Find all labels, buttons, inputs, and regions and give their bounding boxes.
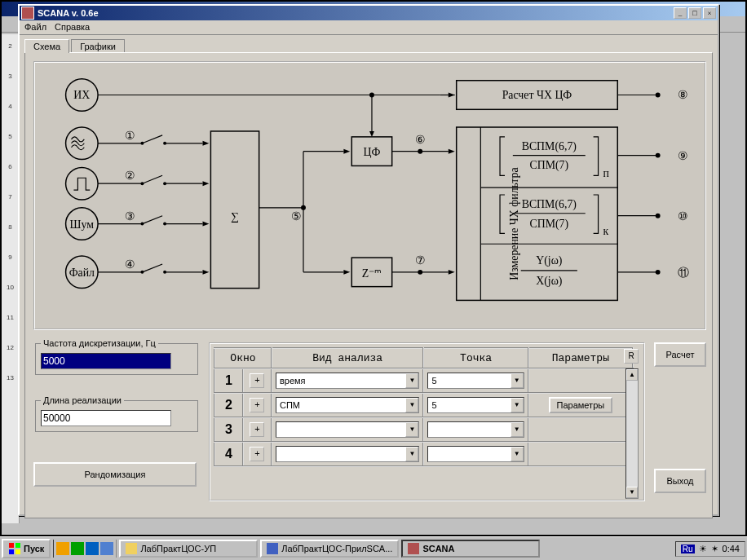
start-button[interactable]: Пуск [2, 539, 51, 558]
menu-file[interactable]: Файл [24, 22, 46, 33]
randomize-button[interactable]: Рандомизация [33, 462, 197, 487]
analysis-combo[interactable]: ▼ [276, 421, 420, 438]
svg-point-19 [163, 223, 166, 226]
bottom-controls: Частота дискретизации, Гц Длина реализац… [33, 338, 706, 509]
label-4: ④ [125, 258, 135, 271]
exit-button[interactable]: Выход [654, 469, 706, 493]
ql-icon[interactable] [86, 542, 99, 555]
chevron-down-icon: ▼ [511, 398, 524, 412]
svg-point-14 [163, 182, 166, 185]
svg-rect-79 [15, 549, 20, 554]
svg-point-24 [163, 271, 166, 274]
svg-point-48 [418, 270, 422, 275]
chevron-down-icon: ▼ [405, 398, 418, 412]
ql-icon[interactable] [56, 542, 69, 555]
svg-text:ВСПМ(6,7): ВСПМ(6,7) [522, 140, 577, 153]
len-label: Длина реализации [41, 395, 124, 405]
svg-point-18 [140, 223, 144, 226]
r-button[interactable]: R [624, 349, 639, 364]
table-row: 1 + время▼ 5▼ [214, 368, 633, 393]
svg-point-75 [656, 270, 661, 275]
menu-help[interactable]: Справка [55, 22, 90, 33]
label-6: ⑥ [415, 134, 426, 146]
tab-schema[interactable]: Схема [24, 39, 69, 53]
taskbar-item[interactable]: SCANA [401, 540, 540, 558]
plus-button[interactable]: + [250, 422, 264, 437]
label-1: ① [125, 130, 135, 142]
node-ih: ИХ [73, 89, 90, 101]
table-row: 3 + ▼ ▼ [214, 417, 633, 442]
point-combo[interactable]: ▼ [427, 421, 524, 438]
close-button[interactable]: × [703, 7, 716, 19]
taskbar-item[interactable]: ЛабПрактЦОС-ПрилSCA... [260, 540, 399, 558]
svg-point-13 [140, 182, 144, 185]
point-combo[interactable]: 5▼ [427, 373, 524, 389]
tray-icon[interactable]: ☀ [699, 544, 707, 554]
word-icon [267, 543, 278, 554]
point-combo[interactable]: ▼ [427, 446, 524, 462]
svg-rect-76 [9, 543, 14, 548]
minimize-button[interactable]: _ [674, 7, 687, 19]
freq-label: Частота дискретизации, Гц [41, 338, 158, 348]
freq-input[interactable] [41, 353, 171, 369]
analysis-table: Окно Вид анализа Точка Параметры 1 + вре… [214, 347, 634, 467]
folder-icon [126, 543, 137, 554]
svg-text:X(jω): X(jω) [536, 275, 562, 288]
table-scrollbar[interactable]: ▲ ▼ [625, 368, 639, 499]
plus-button[interactable]: + [250, 398, 264, 412]
svg-point-38 [369, 93, 374, 98]
analysis-combo[interactable]: время▼ [276, 373, 420, 389]
node-meas: Измерение ЧХ фильтра [508, 167, 520, 280]
ql-icon[interactable] [100, 542, 113, 555]
svg-rect-77 [15, 543, 20, 548]
tray-icon[interactable]: ✶ [711, 544, 718, 554]
len-input[interactable] [41, 410, 171, 426]
taskbar-item[interactable]: ЛабПрактЦОС-УП [119, 540, 258, 558]
svg-point-2 [66, 167, 99, 200]
titlebar[interactable]: SCANA v. 0.6e _ □ × [20, 6, 718, 20]
svg-marker-28 [203, 270, 210, 275]
maximize-button[interactable]: □ [688, 7, 701, 19]
analysis-combo[interactable]: ▼ [276, 446, 420, 462]
switch-3 [98, 216, 202, 226]
analysis-table-area: R ▲ ▼ Окно Вид анализа Точка Параметры 1… [209, 342, 645, 501]
plus-button[interactable]: + [250, 373, 264, 388]
svg-line-6 [142, 135, 162, 143]
node-noise: Шум [70, 218, 95, 231]
chevron-down-icon: ▼ [511, 373, 524, 388]
menubar: Файл Справка [20, 20, 718, 35]
svg-line-21 [142, 264, 162, 272]
node-calc-fr: Расчет ЧХ ЦФ [502, 89, 572, 101]
chevron-down-icon: ▼ [511, 447, 524, 461]
svg-line-16 [142, 216, 162, 224]
svg-line-11 [142, 175, 162, 183]
taskbar: Пуск ЛабПрактЦОС-УП ЛабПрактЦОС-ПрилSCA.… [0, 536, 747, 560]
plus-button[interactable]: + [250, 447, 264, 461]
label-3: ③ [125, 210, 135, 223]
tab-panel: ИХ Шум Файл ① ② ③ ④ [24, 52, 713, 518]
svg-point-9 [163, 142, 166, 145]
svg-marker-34 [343, 149, 350, 154]
svg-text:Y(jω): Y(jω) [536, 254, 562, 267]
node-file: Файл [69, 267, 95, 279]
ql-icon[interactable] [71, 542, 84, 555]
lang-indicator[interactable]: Ru [681, 545, 695, 553]
label-2: ② [125, 170, 135, 182]
svg-point-71 [656, 153, 661, 158]
calc-button[interactable]: Расчет [654, 342, 706, 367]
svg-marker-49 [449, 270, 455, 275]
node-zm: Z⁻ᵐ [362, 267, 382, 280]
window-title: SCANA v. 0.6e [38, 8, 99, 18]
scroll-down-icon[interactable]: ▼ [626, 487, 638, 498]
svg-text:СПМ(7): СПМ(7) [529, 159, 568, 172]
point-combo[interactable]: 5▼ [427, 397, 524, 413]
scroll-up-icon[interactable]: ▲ [626, 369, 638, 381]
clock: 0:44 [723, 544, 740, 553]
windows-icon [8, 542, 21, 555]
switch-2 [98, 175, 202, 185]
analysis-combo[interactable]: СПМ▼ [276, 397, 420, 413]
params-button[interactable]: Параметры [549, 397, 613, 413]
svg-marker-25 [203, 141, 210, 146]
svg-marker-51 [449, 93, 455, 98]
tab-charts[interactable]: Графики [71, 39, 125, 53]
